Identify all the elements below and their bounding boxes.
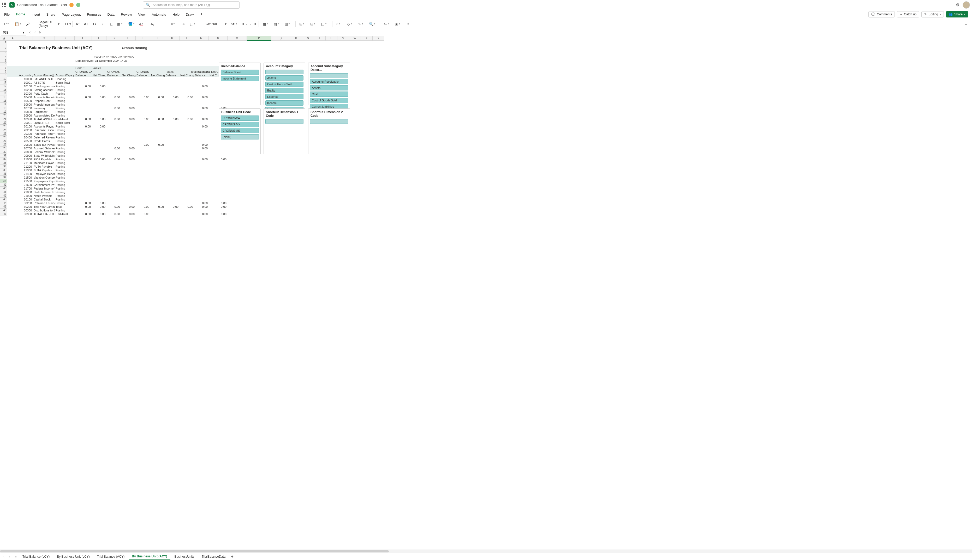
cell[interactable] — [290, 165, 302, 168]
cell[interactable] — [373, 165, 384, 168]
cell-value[interactable] — [107, 121, 121, 125]
cell[interactable] — [349, 179, 361, 183]
row-header[interactable]: 40 — [0, 187, 7, 190]
cell[interactable] — [349, 147, 361, 150]
cell[interactable] — [314, 165, 326, 168]
cell-value[interactable] — [75, 172, 92, 176]
cell-value[interactable] — [165, 125, 179, 128]
cell[interactable] — [349, 63, 361, 66]
cell-value[interactable] — [92, 143, 107, 147]
cell-value[interactable] — [107, 128, 121, 132]
cell-account-name[interactable]: Retained Earnings — [33, 201, 55, 205]
cell-value[interactable] — [165, 172, 179, 176]
cell-value[interactable] — [179, 176, 194, 179]
cell-value[interactable]: 0.00 — [75, 212, 92, 216]
cell[interactable] — [373, 77, 384, 81]
cell[interactable] — [290, 154, 302, 157]
cell[interactable] — [271, 55, 290, 59]
cell-value[interactable]: 0.00 — [107, 117, 121, 121]
cell-value[interactable] — [194, 121, 209, 125]
cell[interactable] — [361, 212, 373, 216]
cell[interactable] — [194, 44, 209, 52]
cell[interactable] — [55, 66, 75, 70]
cell-value[interactable] — [179, 154, 194, 157]
cell[interactable] — [247, 157, 271, 161]
cell-account-name[interactable]: This Year Earnings — [33, 205, 55, 208]
menu-view[interactable]: View — [138, 11, 146, 18]
cell[interactable] — [33, 66, 55, 70]
cell-value[interactable] — [107, 143, 121, 147]
cell[interactable] — [75, 55, 92, 59]
cell[interactable] — [373, 121, 384, 125]
cell-value[interactable] — [136, 154, 150, 157]
cell[interactable] — [7, 92, 18, 95]
cell[interactable] — [326, 176, 337, 179]
slicer-item[interactable]: Assets — [265, 75, 303, 80]
cell-value[interactable] — [136, 147, 150, 150]
cell-value[interactable] — [107, 190, 121, 194]
cell-value[interactable] — [209, 179, 228, 183]
cell[interactable] — [302, 172, 314, 176]
cell-value[interactable] — [150, 99, 165, 103]
cell[interactable] — [55, 70, 75, 73]
cell[interactable] — [179, 41, 194, 44]
cell-account-type[interactable]: Begin-Total — [55, 121, 75, 125]
cell-value[interactable] — [75, 198, 92, 201]
cell-value[interactable] — [194, 92, 209, 95]
cell[interactable] — [228, 161, 247, 165]
cell-account-name[interactable]: BALANCE SHEET — [33, 77, 55, 81]
cell[interactable] — [373, 88, 384, 92]
cell[interactable] — [361, 52, 373, 55]
cell[interactable] — [7, 168, 18, 172]
cell-value[interactable] — [136, 157, 150, 161]
cell-account-name[interactable]: Accrued Salaries & Wages — [33, 147, 55, 150]
cell-value[interactable] — [150, 103, 165, 107]
cell[interactable] — [7, 59, 18, 63]
cell[interactable] — [247, 172, 271, 176]
cell-value[interactable] — [165, 176, 179, 179]
cell[interactable] — [373, 70, 384, 73]
cell-account-type[interactable]: Posting — [55, 139, 75, 143]
column-header[interactable]: V — [337, 36, 349, 41]
cell[interactable] — [349, 110, 361, 114]
column-header[interactable]: F — [92, 36, 107, 41]
bold-button[interactable]: B — [91, 21, 98, 27]
cell-value[interactable]: 0.00 — [92, 205, 107, 208]
cell-value[interactable] — [165, 121, 179, 125]
row-header[interactable]: 20 — [0, 114, 7, 117]
row-header[interactable]: 23 — [0, 125, 7, 128]
cell-value[interactable] — [209, 194, 228, 198]
cell[interactable] — [302, 165, 314, 168]
cell[interactable] — [271, 212, 290, 216]
cell-value[interactable]: 0.00 — [92, 117, 107, 121]
cell[interactable] — [7, 95, 18, 99]
cell[interactable] — [361, 77, 373, 81]
cell[interactable] — [302, 41, 314, 44]
underline-button[interactable]: U — [108, 21, 115, 27]
cell[interactable] — [373, 157, 384, 161]
cell[interactable] — [373, 172, 384, 176]
cell-account-type[interactable]: Total — [55, 205, 75, 208]
cell-account-name[interactable]: FUTA Payable — [33, 165, 55, 168]
cell-value[interactable] — [136, 208, 150, 212]
cell[interactable] — [290, 201, 302, 205]
cell-value[interactable] — [92, 132, 107, 135]
row-header[interactable]: 13 — [0, 88, 7, 92]
share-button[interactable]: 👥Share▾ — [946, 11, 969, 17]
cell[interactable] — [314, 161, 326, 165]
cell[interactable] — [349, 165, 361, 168]
cell-value[interactable]: 0.00 — [92, 85, 107, 88]
slicer-item[interactable] — [265, 70, 303, 74]
cell-account-name[interactable]: Prepaid Insurance — [33, 103, 55, 107]
cell[interactable] — [349, 52, 361, 55]
cell-value[interactable] — [194, 77, 209, 81]
cell[interactable] — [290, 59, 302, 63]
cell[interactable] — [361, 198, 373, 201]
cell[interactable] — [326, 154, 337, 157]
menu-page-layout[interactable]: Page Layout — [61, 11, 81, 18]
cell[interactable] — [349, 85, 361, 88]
cell[interactable] — [194, 63, 209, 66]
cell-account-type[interactable]: Posting — [55, 194, 75, 198]
column-header[interactable]: X — [361, 36, 373, 41]
cell[interactable] — [247, 41, 271, 44]
